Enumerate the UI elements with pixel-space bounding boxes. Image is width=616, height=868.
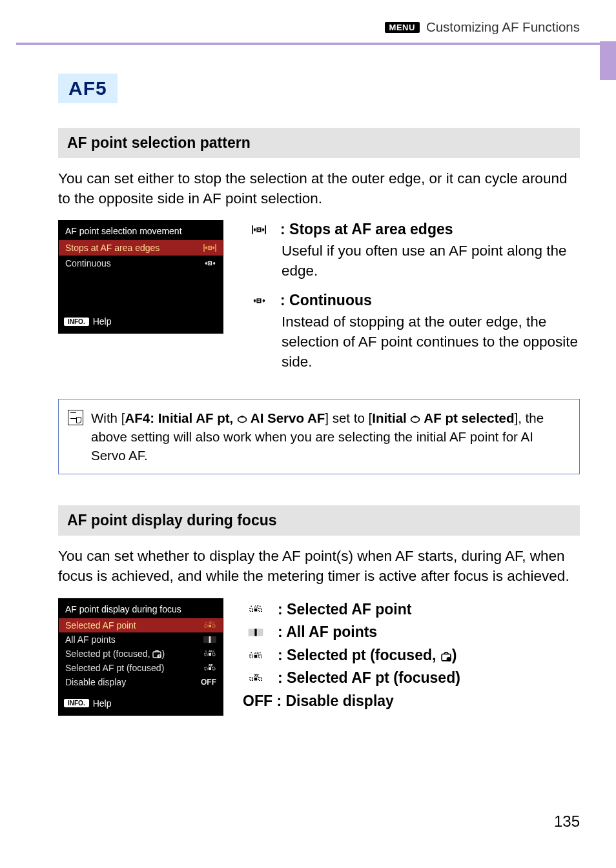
page-number: 135 (0, 735, 616, 850)
section-tab (600, 41, 616, 80)
breadcrumb: MENU Customizing AF Functions (385, 19, 580, 35)
wrap-icon (203, 258, 216, 268)
shot2-item-4[interactable]: Disable display OFF (59, 675, 223, 689)
note-block: With [AF4: Initial AF pt, AI Servo AF] s… (58, 399, 580, 474)
opt1-desc: Useful if you often use an AF point alon… (282, 241, 580, 281)
shot2-title: AF point display during focus (59, 599, 223, 618)
shot2-item-3[interactable]: Selected AF pt (focused) (59, 661, 223, 675)
wrap-icon (243, 295, 275, 307)
shot1-item-0[interactable]: Stops at AF area edges (59, 240, 223, 256)
sel-solid-icon (243, 673, 269, 683)
section-title-2: AF point display during focus (58, 505, 580, 536)
section-title-1: AF point selection pattern (58, 128, 580, 158)
shot2-item-4-label: Disable display (65, 677, 126, 687)
section2-intro: You can set whether to display the AF po… (58, 546, 580, 586)
shot1-item-1-label: Continuous (65, 258, 111, 268)
shot1-item-1[interactable]: Continuous (59, 256, 223, 271)
help-label-2: Help (93, 698, 112, 709)
shot2-item-3-label: Selected AF pt (focused) (65, 663, 164, 673)
section1-intro: You can set either to stop the selection… (58, 168, 580, 208)
info-badge[interactable]: INFO. (64, 318, 89, 326)
all-icon (243, 627, 269, 638)
header-rule (16, 43, 600, 45)
page: MENU Customizing AF Functions AF5 AF poi… (0, 0, 616, 850)
shot2-item-0[interactable]: Selected AF point (59, 618, 223, 632)
af5-badge: AF5 (58, 74, 118, 103)
sel-icon (203, 621, 216, 630)
shot2-item-0-label: Selected AF point (65, 620, 136, 631)
opt2-desc: Instead of stopping at the outer edge, t… (282, 312, 580, 372)
all-icon (203, 635, 216, 644)
sel-solid-icon (203, 663, 216, 672)
menu-badge: MENU (385, 22, 420, 33)
section1-explain: : Stops at AF area edges Useful if you o… (243, 220, 580, 382)
note-icon (68, 410, 83, 425)
shot2-item-2-label: Selected pt (focused, ) (65, 649, 165, 659)
option-disable-display: OFF : Disable display (243, 690, 580, 713)
shot2-item-2[interactable]: Selected pt (focused, ) (59, 647, 223, 661)
page-header: MENU Customizing AF Functions (0, 0, 616, 39)
help-label: Help (93, 316, 112, 327)
section2-options: : Selected AF point : All AF points : Se… (243, 598, 580, 713)
option-selected-af-pt-focused: : Selected AF pt (focused) (243, 667, 580, 690)
screenshot-af-point-display: AF point display during focus Selected A… (58, 598, 223, 716)
off-icon: OFF (201, 678, 216, 687)
sel-icon (243, 604, 269, 614)
shot1-title: AF point selection movement (59, 221, 223, 240)
stops-edges-icon (203, 243, 216, 253)
shot1-footer: INFO. Help (59, 314, 223, 329)
sel-timer-icon (243, 651, 269, 661)
shot2-item-1[interactable]: All AF points (59, 632, 223, 647)
opt1-title: : Stops at AF area edges (280, 220, 453, 239)
shot2-item-1-label: All AF points (65, 634, 116, 645)
option-selected-af-point: : Selected AF point (243, 598, 580, 621)
screenshot-af-point-selection: AF point selection movement Stops at AF … (58, 220, 223, 334)
breadcrumb-text: Customizing AF Functions (426, 19, 580, 35)
sel-timer-icon (203, 649, 216, 658)
info-badge-2[interactable]: INFO. (64, 699, 89, 707)
shot1-item-0-label: Stops at AF area edges (65, 243, 159, 253)
shot2-footer: INFO. Help (59, 696, 223, 711)
opt2-title: : Continuous (280, 291, 372, 310)
option-all-af-points: : All AF points (243, 621, 580, 644)
option-selected-pt-focused-timer: : Selected pt (focused, ) (243, 644, 580, 667)
note-text: With [AF4: Initial AF pt, AI Servo AF] s… (91, 409, 568, 465)
stops-edges-icon (243, 224, 275, 236)
